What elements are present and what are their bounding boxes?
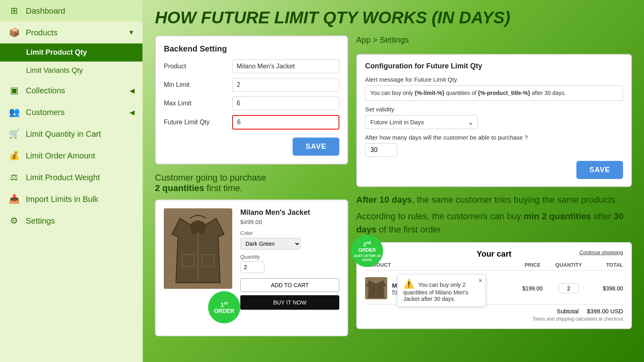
after-days-line1: After 10 days, the same customer tries b… [356, 193, 632, 206]
product-name: Milano Men's Jacket [240, 208, 339, 217]
collections-icon: ▣ [8, 85, 20, 96]
sidebar-item-collections[interactable]: ▣ Collections ◀ [0, 80, 142, 101]
sidebar-sub-label: Limit Product Qty [26, 48, 87, 57]
after-10-days: After 10 days [356, 195, 412, 205]
sidebar-item-label: Settings [26, 216, 134, 226]
sidebar-item-products[interactable]: 📦 Products ▼ [0, 22, 142, 43]
backend-save-button[interactable]: SAVE [293, 138, 339, 156]
min-limit-input[interactable] [232, 78, 339, 92]
sidebar-sub-label: Limit Variants Qty [26, 66, 83, 75]
jacket-svg [168, 210, 228, 287]
subtotal-value: $398.00 USD [587, 308, 623, 315]
min-limit-label: Min Limit [164, 81, 228, 88]
tooltip-close-button[interactable]: × [479, 277, 482, 284]
backend-setting-title: Backend Setting [164, 44, 339, 53]
chevron-left-icon: ◀ [130, 109, 134, 116]
after-days-line2: According to rules, the customers can bu… [356, 210, 632, 236]
cart-header-product: PRODUCT [365, 262, 514, 268]
purchase-quantities: 2 quantities [155, 183, 204, 193]
cart-mockup: 2nd ORDER JUST AFTER 10 DAYS Your cart C… [356, 242, 632, 329]
sidebar-item-dashboard[interactable]: ⊞ Dashboard [0, 0, 142, 22]
sidebar-item-limit-variants-qty[interactable]: Limit Variants Qty [0, 62, 142, 80]
buy-it-now-button[interactable]: BUY IT NOW [240, 295, 339, 310]
page-title: HOW FUTURE LIMIT QTY WORKS (IN DAYS) [155, 8, 632, 27]
cart-product-thumbnail [365, 277, 387, 299]
first-order-badge: 1st ORDER [208, 291, 240, 323]
sidebar-item-import-limits[interactable]: 📥 Import Limits in Bulk [0, 188, 142, 210]
products-icon: 📦 [8, 27, 20, 38]
sidebar-item-label: Collections [26, 86, 124, 95]
sidebar-item-limit-product-qty[interactable]: Limit Product Qty [0, 43, 142, 62]
after-days-explanation: After 10 days, the same customer tries b… [356, 193, 632, 236]
sidebar-item-settings[interactable]: ⚙ Settings [0, 210, 142, 232]
sidebar: ⊞ Dashboard 📦 Products ▼ Limit Product Q… [0, 0, 143, 362]
second-order-badge: 2nd ORDER JUST AFTER 10 DAYS [351, 235, 383, 267]
backend-setting-card: Backend Setting Product Min Limit Max Li… [155, 35, 348, 165]
dashboard-icon: ⊞ [8, 6, 20, 16]
cart-taxes-text: Taxes and shipping calculated at checkou… [365, 316, 623, 322]
breadcrumb-text: App > Settings [356, 35, 409, 45]
settings-icon: ⚙ [8, 216, 20, 226]
cart-total: $398.00 [587, 285, 623, 292]
cart-row: Milano Men's Jacket Remove $199.00 $398.… [365, 274, 623, 302]
customers-icon: 👥 [8, 107, 20, 117]
future-limit-row: Future Limit Qty [164, 115, 339, 130]
qty-input[interactable] [240, 261, 264, 273]
purchase-description: Customer going to purchase 2 quantities … [155, 173, 348, 193]
alert-msg-label: Alert message for Future Limit Qty [365, 76, 623, 83]
max-limit-row: Max Limit [164, 97, 339, 110]
max-limit-input[interactable] [232, 97, 339, 110]
sidebar-item-limit-quantity-cart[interactable]: 🛒 Limit Quantity in Cart [0, 123, 142, 145]
order-sub: JUST AFTER 10 DAYS [351, 254, 383, 262]
color-select[interactable]: Dark Green [240, 238, 301, 250]
sidebar-item-label: Products [26, 28, 122, 37]
subtotal-label: Subtotal [557, 308, 579, 315]
order-label-2nd: ORDER [358, 247, 376, 253]
config-card: Configuration for Future Limit Qty Alert… [356, 54, 632, 187]
days-input[interactable] [365, 143, 397, 157]
sidebar-item-customers[interactable]: 👥 Customers ◀ [0, 101, 142, 123]
validity-select-wrapper: Future Limit in Days ⌄ [365, 115, 478, 129]
min-limit-row: Min Limit [164, 78, 339, 92]
sidebar-item-limit-order-amount[interactable]: 💰 Limit Order Amount [0, 145, 142, 167]
config-save-button[interactable]: SAVE [576, 161, 623, 179]
purchase-line1: Customer going to purchase [155, 173, 266, 183]
main-content: HOW FUTURE LIMIT QTY WORKS (IN DAYS) Bac… [143, 0, 644, 362]
sidebar-item-limit-product-weight[interactable]: ⚖ Limit Product Weight [0, 167, 142, 188]
validity-select[interactable]: Future Limit in Days [365, 115, 478, 129]
import-icon: 📥 [8, 194, 20, 204]
color-label: Color [240, 230, 339, 236]
cart-header-qty: QUANTITY [551, 262, 587, 268]
order-label: ORDER [214, 308, 235, 314]
alert-message-box: You can buy only {%-limit-%} quantities … [365, 85, 623, 101]
product-details: Milano Men's Jacket $499.00 Color Dark G… [240, 208, 339, 327]
cart-qty-input[interactable] [559, 284, 579, 293]
cart-header-price: PRICE [514, 262, 551, 268]
add-to-cart-button[interactable]: ADD TO CART [240, 278, 339, 292]
continue-shopping-link[interactable]: Continue shopping [580, 249, 623, 255]
cart-icon: 🛒 [8, 129, 20, 139]
weight-icon: ⚖ [8, 172, 20, 183]
days-label: After how many days will the customer be… [365, 134, 623, 141]
breadcrumb: App > Settings [356, 35, 632, 45]
product-image [164, 208, 232, 289]
future-limit-label: Future Limit Qty [164, 119, 228, 126]
config-title: Configuration for Future Limit Qty [365, 62, 623, 70]
sidebar-item-label: Limit Product Weight [26, 173, 134, 182]
chevron-down-icon: ▼ [128, 29, 134, 36]
cart-headers: PRODUCT PRICE QUANTITY TOTAL [365, 262, 623, 271]
sidebar-item-label: Customers [26, 108, 124, 117]
order-amount-icon: 💰 [8, 150, 20, 161]
product-card-mockup: Milano Men's Jacket $499.00 Color Dark G… [155, 200, 348, 336]
order-num-2nd: 2nd [363, 241, 371, 247]
sidebar-item-label: Limit Quantity in Cart [26, 130, 134, 139]
tooltip-warning: ⚠️ You can buy only 2 quantities of Mila… [397, 274, 486, 306]
order-num: 1st [221, 300, 228, 308]
product-input[interactable] [232, 60, 339, 73]
sidebar-item-label: Limit Order Amount [26, 151, 134, 160]
customer-purchase-text: Customer going to purchase 2 quantities … [155, 171, 348, 193]
product-price: $499.00 [240, 218, 339, 225]
cart-jacket-svg [365, 277, 387, 299]
future-limit-input[interactable] [232, 115, 339, 130]
cart-price: $199.00 [514, 285, 551, 292]
